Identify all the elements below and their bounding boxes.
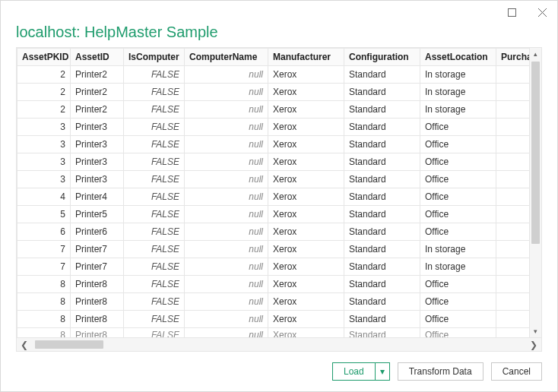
table-cell[interactable]: Printer5 — [71, 206, 124, 223]
col-header[interactable]: AssetLocation — [420, 49, 496, 66]
table-cell[interactable]: null — [185, 136, 268, 153]
table-cell[interactable]: Printer4 — [71, 188, 124, 206]
table-cell[interactable]: Printer2 — [71, 84, 124, 101]
transform-data-button[interactable]: Transform Data — [398, 362, 483, 381]
scroll-left-arrow-icon[interactable]: ❮ — [17, 340, 32, 349]
table-cell[interactable]: Xerox — [268, 66, 344, 84]
table-cell[interactable] — [496, 276, 530, 293]
table-row[interactable]: 6Printer6FALSEnullXeroxStandardOffice — [17, 223, 530, 241]
table-cell[interactable]: Xerox — [268, 223, 344, 241]
table-cell[interactable]: Standard — [344, 101, 420, 119]
table-cell[interactable]: Office — [420, 223, 496, 241]
table-cell[interactable]: Office — [420, 293, 496, 311]
data-table[interactable]: AssetPKID AssetID IsComputer ComputerNam… — [17, 48, 529, 337]
table-row[interactable]: 3Printer3FALSEnullXeroxStandardOffice — [17, 136, 530, 153]
table-cell[interactable]: Standard — [344, 241, 420, 258]
col-header[interactable]: Manufacturer — [268, 49, 344, 66]
table-header-row[interactable]: AssetPKID AssetID IsComputer ComputerNam… — [17, 49, 530, 66]
table-cell[interactable] — [496, 223, 530, 241]
table-cell[interactable]: 5 — [17, 206, 71, 223]
table-cell[interactable] — [496, 101, 530, 119]
table-cell[interactable]: Xerox — [268, 153, 344, 171]
table-cell[interactable]: 8 — [17, 311, 71, 328]
table-cell[interactable]: Printer3 — [71, 136, 124, 153]
vertical-scroll-thumb[interactable] — [531, 62, 540, 244]
table-cell[interactable]: Xerox — [268, 171, 344, 188]
table-cell[interactable]: Printer7 — [71, 241, 124, 258]
table-cell[interactable]: null — [185, 223, 268, 241]
scroll-down-arrow-icon[interactable]: ▾ — [530, 325, 541, 337]
table-cell[interactable]: 8 — [17, 328, 71, 338]
table-cell[interactable]: Printer3 — [71, 171, 124, 188]
table-row[interactable]: 8Printer8FALSEnullXeroxStandardOffice — [17, 311, 530, 328]
table-cell[interactable]: Standard — [344, 84, 420, 101]
table-cell[interactable]: Standard — [344, 258, 420, 276]
col-header[interactable]: AssetPKID — [17, 49, 71, 66]
table-row[interactable]: 3Printer3FALSEnullXeroxStandardOffice — [17, 119, 530, 136]
table-cell[interactable]: Standard — [344, 136, 420, 153]
table-row[interactable]: 2Printer2FALSEnullXeroxStandardIn storag… — [17, 101, 530, 119]
table-cell[interactable]: Xerox — [268, 119, 344, 136]
table-cell[interactable]: Printer2 — [71, 66, 124, 84]
table-cell[interactable]: FALSE — [124, 206, 185, 223]
table-cell[interactable]: null — [185, 241, 268, 258]
table-cell[interactable]: FALSE — [124, 258, 185, 276]
table-cell[interactable]: Standard — [344, 171, 420, 188]
table-cell[interactable]: Office — [420, 136, 496, 153]
table-cell[interactable]: null — [185, 258, 268, 276]
table-row[interactable]: 5Printer5FALSEnullXeroxStandardOffice — [17, 206, 530, 223]
table-cell[interactable]: Office — [420, 328, 496, 338]
table-cell[interactable]: Office — [420, 188, 496, 206]
table-cell[interactable]: null — [185, 66, 268, 84]
table-cell[interactable]: 7 — [17, 258, 71, 276]
table-cell[interactable]: FALSE — [124, 119, 185, 136]
col-header[interactable]: ComputerName — [185, 49, 268, 66]
table-cell[interactable]: FALSE — [124, 311, 185, 328]
table-cell[interactable]: Standard — [344, 153, 420, 171]
table-cell[interactable]: Standard — [344, 223, 420, 241]
table-cell[interactable]: Printer6 — [71, 223, 124, 241]
table-cell[interactable] — [496, 171, 530, 188]
table-cell[interactable]: null — [185, 276, 268, 293]
table-cell[interactable]: FALSE — [124, 66, 185, 84]
table-cell[interactable] — [496, 258, 530, 276]
table-cell[interactable]: Xerox — [268, 241, 344, 258]
table-cell[interactable]: In storage — [420, 258, 496, 276]
table-cell[interactable]: 2 — [17, 101, 71, 119]
table-row[interactable]: 7Printer7FALSEnullXeroxStandardIn storag… — [17, 258, 530, 276]
table-cell[interactable]: FALSE — [124, 153, 185, 171]
table-cell[interactable]: 6 — [17, 223, 71, 241]
table-cell[interactable]: Standard — [344, 206, 420, 223]
table-cell[interactable]: Xerox — [268, 328, 344, 338]
table-cell[interactable] — [496, 188, 530, 206]
table-row[interactable]: 8Printer8FALSEnullXeroxStandardOffice — [17, 293, 530, 311]
table-cell[interactable]: Office — [420, 276, 496, 293]
table-cell[interactable]: FALSE — [124, 223, 185, 241]
table-cell[interactable]: Xerox — [268, 206, 344, 223]
table-cell[interactable]: null — [185, 153, 268, 171]
table-cell[interactable]: 3 — [17, 153, 71, 171]
table-cell[interactable]: Printer2 — [71, 101, 124, 119]
table-cell[interactable]: FALSE — [124, 276, 185, 293]
table-row[interactable]: 3Printer3FALSEnullXeroxStandardOffice — [17, 171, 530, 188]
table-cell[interactable]: Standard — [344, 311, 420, 328]
table-cell[interactable]: Office — [420, 119, 496, 136]
table-row[interactable]: 2Printer2FALSEnullXeroxStandardIn storag… — [17, 84, 530, 101]
table-cell[interactable]: In storage — [420, 101, 496, 119]
table-cell[interactable]: Xerox — [268, 101, 344, 119]
table-cell[interactable]: Standard — [344, 276, 420, 293]
table-cell[interactable]: Office — [420, 311, 496, 328]
table-cell[interactable]: 3 — [17, 136, 71, 153]
table-cell[interactable]: Office — [420, 153, 496, 171]
horizontal-scroll-track[interactable] — [32, 338, 526, 351]
table-cell[interactable]: Standard — [344, 119, 420, 136]
table-cell[interactable]: Printer8 — [71, 293, 124, 311]
table-cell[interactable]: Xerox — [268, 136, 344, 153]
table-cell[interactable]: 2 — [17, 66, 71, 84]
table-cell[interactable]: Standard — [344, 328, 420, 338]
table-cell[interactable] — [496, 119, 530, 136]
load-button[interactable]: Load — [332, 362, 376, 381]
table-cell[interactable]: 3 — [17, 171, 71, 188]
cancel-button[interactable]: Cancel — [491, 362, 542, 381]
table-cell[interactable]: Xerox — [268, 258, 344, 276]
